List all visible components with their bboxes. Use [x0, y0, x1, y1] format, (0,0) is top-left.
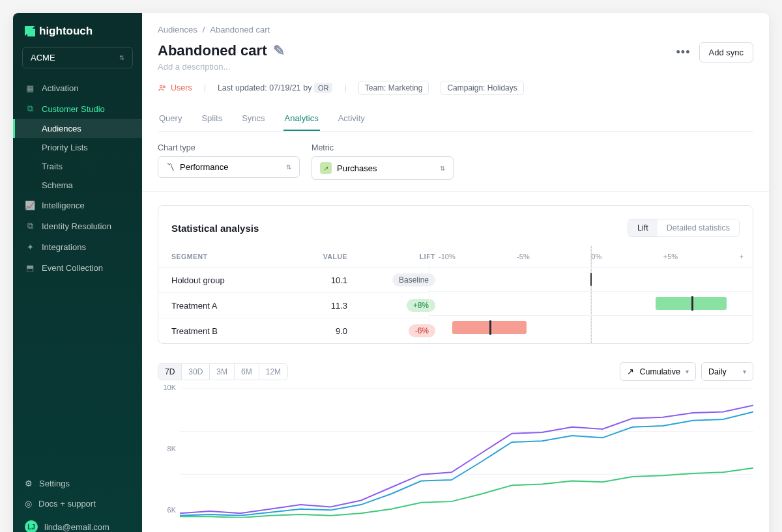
toggle-lift[interactable]: Lift: [628, 219, 658, 236]
stat-view-toggle: Lift Detailed statistics: [628, 219, 740, 237]
svg-point-1: [163, 86, 165, 88]
cell-value: 9.0: [282, 326, 347, 336]
range-6m[interactable]: 6M: [235, 364, 259, 380]
nav-intelligence[interactable]: 📈 Intelligence: [13, 195, 142, 216]
chart-mode-select[interactable]: ↗ Cumulative ▾: [620, 362, 696, 381]
nav-integrations[interactable]: ✦ Integrations: [13, 236, 142, 257]
ci-bar-positive: [656, 297, 727, 310]
users-badge[interactable]: Users: [158, 83, 192, 92]
logo-mark-icon: [25, 26, 35, 36]
svg-point-0: [160, 85, 163, 88]
layers-icon: ⧉: [25, 221, 35, 231]
range-7d[interactable]: 7D: [158, 364, 182, 380]
edit-icon[interactable]: ✎: [273, 42, 285, 59]
chevron-updown-icon: ⇅: [286, 163, 291, 171]
nav-docs[interactable]: ◎ Docs + support: [13, 494, 142, 514]
axis-tick: -10%: [439, 253, 456, 260]
tab-syncs[interactable]: Syncs: [240, 107, 266, 131]
range-12m[interactable]: 12M: [259, 364, 287, 380]
cell-segment: Holdout group: [171, 275, 282, 285]
tag-team[interactable]: Team: Marketing: [358, 81, 429, 95]
breadcrumb-parent[interactable]: Audiences: [158, 25, 197, 35]
statistical-analysis-card: Statistical analysis Lift Detailed stati…: [158, 205, 753, 344]
tab-query[interactable]: Query: [158, 107, 183, 131]
chart-granularity-select[interactable]: Daily ▾: [701, 362, 753, 381]
breadcrumb-sep: /: [203, 25, 205, 35]
metric-select[interactable]: ↗ Purchases ⇅: [311, 156, 454, 180]
table-row: Holdout group 10.1 Baseline: [158, 267, 429, 292]
chart-controls-bar: Chart type 〽 Performance ⇅ Metric ↗ Purc…: [142, 132, 769, 192]
gear-icon: ⚙: [25, 479, 33, 488]
range-30d[interactable]: 30D: [182, 364, 210, 380]
line-chart-controls: 7D 30D 3M 6M 12M ↗ Cumulative ▾ Daily ▾: [158, 362, 753, 381]
breadcrumb-current: Abandoned cart: [210, 25, 270, 35]
description-placeholder[interactable]: Add a description...: [158, 62, 285, 72]
toggle-detailed[interactable]: Detailed statistics: [658, 219, 739, 236]
tab-splits[interactable]: Splits: [200, 107, 224, 131]
mode-icon: ↗: [627, 367, 634, 376]
subnav-label: Schema: [42, 180, 73, 190]
users-label: Users: [171, 83, 192, 92]
last-updated: Last updated: 07/19/21 by OR: [218, 83, 333, 92]
y-tick: 6K: [158, 506, 176, 514]
help-icon: ◎: [25, 499, 32, 509]
workspace-selector[interactable]: ACME ⇅: [22, 47, 133, 68]
lift-bar-row: [429, 267, 753, 291]
subnav-traits[interactable]: Traits: [13, 157, 142, 176]
tabs: Query Splits Syncs Analytics Activity: [158, 107, 753, 132]
nav-event-collection[interactable]: ⬒ Event Collection: [13, 257, 142, 278]
stat-title: Statistical analysis: [171, 223, 259, 234]
y-axis: 10K 8K 6K: [158, 387, 180, 518]
tab-activity[interactable]: Activity: [337, 107, 366, 131]
title-text: Abandoned cart: [158, 42, 267, 59]
metric-icon: ↗: [320, 162, 332, 174]
people-icon: ⧉: [25, 104, 35, 114]
table-row: Treatment B 9.0 -6%: [158, 318, 429, 343]
subnav-label: Priority Lists: [42, 143, 88, 152]
chevron-updown-icon: ⇅: [440, 165, 445, 172]
table-row: Treatment A 11.3 +8%: [158, 292, 429, 318]
chart-type-select[interactable]: 〽 Performance ⇅: [158, 156, 300, 178]
grid-icon: ▦: [25, 83, 35, 93]
content-scroll[interactable]: Statistical analysis Lift Detailed stati…: [142, 192, 769, 532]
nav-label: Identity Resolution: [42, 221, 111, 231]
axis-tick: -5%: [517, 253, 530, 260]
cell-value: 10.1: [282, 275, 347, 285]
add-sync-button[interactable]: Add sync: [699, 42, 753, 63]
axis-tick: +5%: [663, 253, 678, 260]
avatar: LJ: [25, 520, 38, 532]
subnav-priority-lists[interactable]: Priority Lists: [13, 138, 142, 157]
col-lift: LIFT: [347, 253, 442, 260]
tag-campaign[interactable]: Campaign: Holidays: [441, 81, 523, 95]
subnav-schema[interactable]: Schema: [13, 176, 142, 195]
chart-icon: 📈: [25, 200, 35, 210]
tab-analytics[interactable]: Analytics: [283, 107, 320, 131]
y-tick: 10K: [158, 384, 176, 391]
workspace-name: ACME: [31, 53, 55, 63]
sidebar-footer: ⚙ Settings ◎ Docs + support LJ linda@ema…: [13, 473, 142, 532]
mode-value: Cumulative: [639, 367, 680, 376]
metric-label: Metric: [311, 143, 454, 152]
subnav-audiences[interactable]: Audiences: [13, 119, 142, 138]
col-segment: SEGMENT: [171, 253, 282, 260]
page-title: Abandoned cart ✎: [158, 42, 285, 59]
footer-label: Settings: [39, 479, 70, 488]
chevron-down-icon: ▾: [686, 368, 689, 375]
main-content: Audiences / Abandoned cart Abandoned car…: [142, 13, 769, 532]
range-3m[interactable]: 3M: [210, 364, 235, 380]
nav-customer-studio[interactable]: ⧉ Customer Studio: [13, 98, 142, 119]
nav-label: Activation: [42, 83, 78, 93]
cell-value: 11.3: [282, 301, 347, 311]
point-estimate-marker-icon: [691, 296, 693, 311]
brand-name: hightouch: [39, 25, 93, 38]
point-estimate-marker-icon: [489, 320, 491, 335]
more-menu-button[interactable]: •••: [674, 44, 693, 62]
nav-identity-resolution[interactable]: ⧉ Identity Resolution: [13, 216, 142, 236]
main-nav: ▦ Activation ⧉ Customer Studio Audiences…: [13, 77, 142, 473]
chart-series-line: [180, 412, 753, 516]
nav-activation[interactable]: ▦ Activation: [13, 77, 142, 98]
nav-label: Customer Studio: [42, 104, 105, 114]
stat-table: SEGMENT VALUE LIFT Holdout group 10.1 Ba…: [158, 246, 429, 343]
nav-settings[interactable]: ⚙ Settings: [13, 473, 142, 494]
user-menu[interactable]: LJ linda@email.com: [13, 514, 142, 532]
